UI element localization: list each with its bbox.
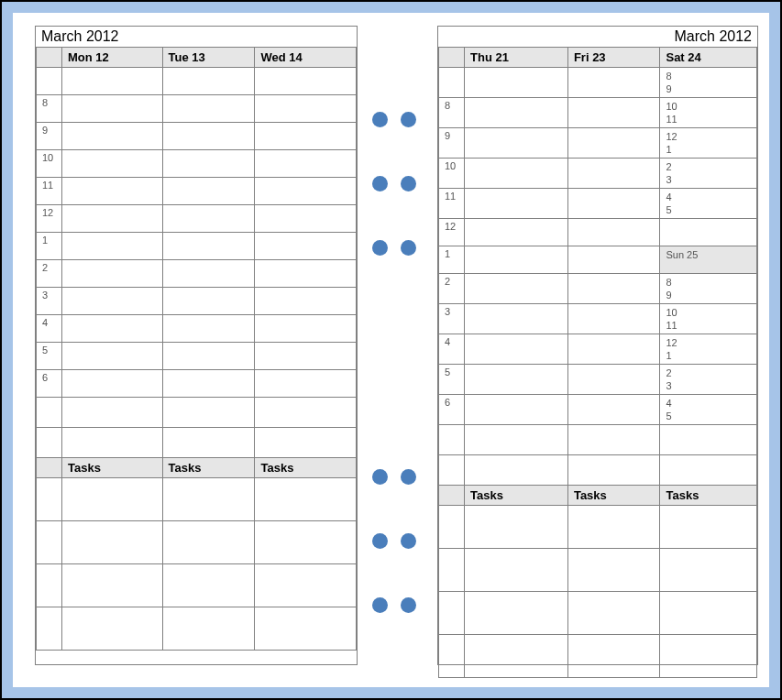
task-cell[interactable] (255, 478, 357, 521)
slot-cell[interactable] (567, 365, 660, 395)
task-cell[interactable] (567, 549, 660, 592)
slot-cell[interactable] (255, 123, 357, 150)
slot-cell[interactable] (465, 274, 568, 304)
slot-cell[interactable] (62, 315, 163, 343)
slot-cell[interactable] (62, 288, 163, 315)
task-cell[interactable] (62, 564, 163, 607)
slot-cell[interactable] (465, 98, 568, 128)
slot-cell[interactable] (162, 370, 255, 398)
slot-cell[interactable] (62, 150, 163, 178)
slot-cell[interactable] (255, 260, 357, 288)
slot-cell[interactable] (567, 128, 660, 159)
slot-cell[interactable] (567, 425, 660, 455)
slot-cell[interactable] (465, 365, 568, 395)
slot-cell[interactable] (465, 304, 568, 334)
slot-cell[interactable] (465, 219, 568, 246)
slot-cell[interactable] (62, 233, 163, 260)
slot-cell[interactable] (62, 343, 163, 370)
slot-cell[interactable] (162, 233, 255, 260)
task-cell[interactable] (162, 478, 255, 521)
slot-cell[interactable] (255, 150, 357, 178)
task-cell[interactable] (255, 607, 357, 651)
weekend-slot[interactable] (660, 425, 757, 455)
slot-cell[interactable] (162, 315, 255, 343)
weekend-slot[interactable] (660, 455, 757, 486)
weekend-slot[interactable]: 23 (660, 365, 757, 395)
task-cell[interactable] (62, 607, 163, 651)
slot-cell[interactable] (567, 455, 660, 486)
slot-cell[interactable] (255, 370, 357, 398)
task-cell[interactable] (660, 549, 757, 592)
weekend-slot[interactable]: 89 (660, 68, 757, 98)
slot-cell[interactable] (162, 428, 255, 458)
slot-cell[interactable] (465, 455, 568, 486)
slot-cell[interactable] (162, 260, 255, 288)
slot-cell[interactable] (162, 178, 255, 205)
weekend-slot[interactable]: 89 (660, 274, 757, 304)
slot-cell[interactable] (567, 274, 660, 304)
slot-cell[interactable] (162, 123, 255, 150)
weekend-slot[interactable]: 1011 (660, 304, 757, 334)
task-cell[interactable] (255, 564, 357, 607)
slot-cell[interactable] (255, 205, 357, 233)
slot-cell[interactable] (62, 68, 163, 95)
weekend-slot[interactable]: 1011 (660, 98, 757, 128)
slot-cell[interactable] (62, 428, 163, 458)
slot-cell[interactable] (567, 159, 660, 189)
slot-cell[interactable] (465, 128, 568, 159)
task-cell[interactable] (660, 592, 757, 635)
weekend-slot[interactable]: 23 (660, 159, 757, 189)
slot-cell[interactable] (162, 68, 255, 95)
slot-cell[interactable] (255, 233, 357, 260)
task-cell[interactable] (465, 506, 568, 549)
task-cell[interactable] (162, 564, 255, 607)
task-cell[interactable] (465, 549, 568, 592)
slot-cell[interactable] (255, 315, 357, 343)
slot-cell[interactable] (465, 395, 568, 425)
slot-cell[interactable] (255, 398, 357, 428)
slot-cell[interactable] (162, 288, 255, 315)
task-cell[interactable] (567, 592, 660, 635)
slot-cell[interactable] (567, 189, 660, 219)
slot-cell[interactable] (62, 370, 163, 398)
slot-cell[interactable] (567, 395, 660, 425)
slot-cell[interactable] (567, 98, 660, 128)
task-cell[interactable] (465, 635, 568, 678)
slot-cell[interactable] (162, 398, 255, 428)
task-cell[interactable] (162, 607, 255, 651)
slot-cell[interactable] (255, 428, 357, 458)
slot-cell[interactable] (465, 68, 568, 98)
slot-cell[interactable] (62, 205, 163, 233)
task-cell[interactable] (465, 592, 568, 635)
slot-cell[interactable] (62, 260, 163, 288)
task-cell[interactable] (62, 478, 163, 521)
task-cell[interactable] (255, 521, 357, 564)
slot-cell[interactable] (62, 95, 163, 123)
weekend-slot[interactable]: 121 (660, 128, 757, 159)
weekend-slot[interactable]: 121 (660, 334, 757, 365)
slot-cell[interactable] (465, 246, 568, 274)
slot-cell[interactable] (255, 68, 357, 95)
slot-cell[interactable] (465, 189, 568, 219)
task-cell[interactable] (660, 635, 757, 678)
task-cell[interactable] (62, 521, 163, 564)
weekend-slot[interactable]: 45 (660, 189, 757, 219)
slot-cell[interactable] (465, 159, 568, 189)
slot-cell[interactable] (255, 343, 357, 370)
task-cell[interactable] (567, 506, 660, 549)
slot-cell[interactable] (567, 304, 660, 334)
slot-cell[interactable] (62, 398, 163, 428)
slot-cell[interactable] (162, 95, 255, 123)
slot-cell[interactable] (62, 178, 163, 205)
slot-cell[interactable] (162, 150, 255, 178)
slot-cell[interactable] (255, 95, 357, 123)
slot-cell[interactable] (162, 205, 255, 233)
slot-cell[interactable] (567, 246, 660, 274)
task-cell[interactable] (567, 635, 660, 678)
slot-cell[interactable] (465, 425, 568, 455)
slot-cell[interactable] (255, 178, 357, 205)
weekend-slot[interactable] (660, 219, 757, 246)
slot-cell[interactable] (255, 288, 357, 315)
slot-cell[interactable] (567, 219, 660, 246)
slot-cell[interactable] (465, 334, 568, 365)
